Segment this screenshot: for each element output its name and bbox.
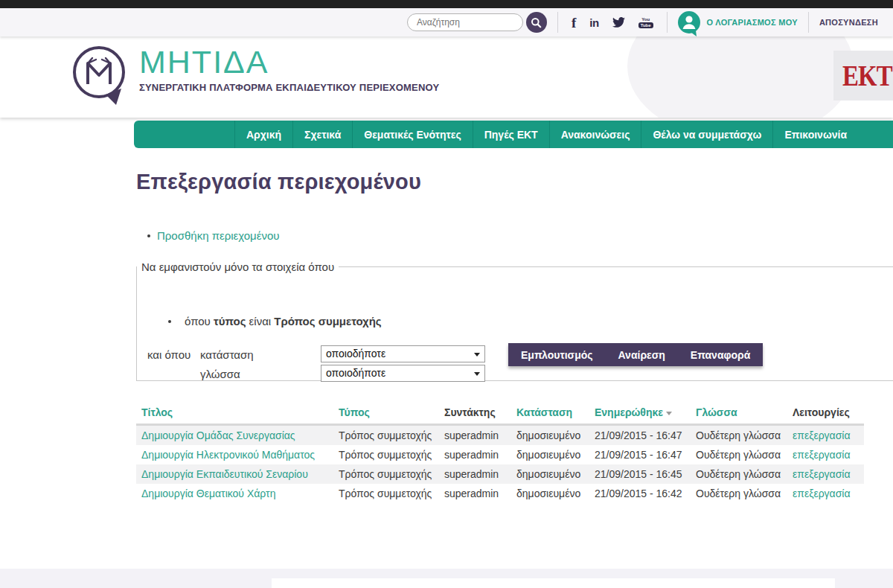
site-tagline: ΣΥΝΕΡΓΑΤΙΚΗ ΠΛΑΤΦΟΡΜΑ ΕΚΠΑΙΔΕΥΤΙΚΟΥ ΠΕΡΙ…: [139, 82, 439, 93]
account-avatar-icon[interactable]: [678, 11, 700, 33]
table-row: Δημιουργία Εκπαιδευτικού Σεναρίου Τρόπος…: [136, 464, 864, 484]
cell-language: Ουδέτερη γλώσσα: [691, 425, 787, 446]
add-content-row: Προσθήκη περιεχομένου: [147, 229, 279, 242]
page-title: Επεξεργασία περιεχομένου: [136, 170, 421, 194]
cell-status: δημοσιευμένο: [511, 445, 589, 464]
bullet-icon: [168, 320, 171, 323]
top-black-bar: [0, 0, 893, 8]
operations-header: Λειτουργίες: [793, 406, 850, 418]
cell-author: superadmin: [439, 484, 511, 503]
chevron-down-icon: [474, 372, 480, 376]
logout-link[interactable]: ΑΠΟΣΥΝΔΕΣΗ: [819, 18, 878, 27]
footer-card: [272, 578, 835, 588]
cell-updated: 21/09/2015 - 16:47: [589, 445, 691, 464]
bullet-icon: [147, 234, 150, 237]
content-title-link[interactable]: Δημιουργία Ομάδας Συνεργασίας: [141, 429, 295, 441]
table-header-row: Τίτλος Τύπος Συντάκτης Κατάσταση Ενημερώ…: [136, 402, 864, 425]
cell-updated: 21/09/2015 - 16:47: [589, 425, 691, 446]
nav-item-thematic-units[interactable]: Θεματικές Ενότητες: [353, 121, 473, 148]
filter-legend: Να εμφανιστούν μόνο τα στοιχεία όπου: [137, 261, 339, 273]
nav-spacer: [134, 121, 235, 148]
divider: [667, 12, 668, 33]
active-filter-condition: όπου τύπος είναι Τρόπος συμμετοχής: [168, 315, 382, 327]
cell-status: δημοσιευμένο: [511, 464, 589, 484]
divider: [808, 12, 809, 33]
content-title-link[interactable]: Δημιουργία Θεματικού Χάρτη: [141, 488, 275, 499]
author-header: Συντάκτης: [444, 406, 496, 418]
nav-item-participate[interactable]: Θέλω να συμμετάσχω: [641, 121, 773, 148]
nav-item-contact[interactable]: Επικοινωνία: [773, 121, 858, 148]
linkedin-icon[interactable]: in: [589, 17, 598, 28]
search-input[interactable]: [407, 13, 523, 31]
twitter-icon[interactable]: [612, 17, 625, 28]
cell-author: superadmin: [439, 464, 511, 484]
cell-author: superadmin: [439, 445, 511, 464]
nav-item-home[interactable]: Αρχική: [235, 121, 293, 148]
enrich-button[interactable]: Εμπλουτισμός: [508, 343, 606, 366]
cell-updated: 21/09/2015 - 16:45: [589, 464, 691, 484]
site-name: ΜΗΤΙΔΑ: [139, 45, 439, 79]
edit-link[interactable]: επεξεργασία: [793, 488, 851, 499]
nav-item-about[interactable]: Σχετικά: [293, 121, 353, 148]
table-row: Δημιουργία Θεματικού Χάρτη Τρόπος συμμετ…: [136, 484, 864, 503]
cell-author: superadmin: [439, 425, 511, 446]
cell-status: δημοσιευμένο: [511, 425, 589, 446]
filter-buttons: Εμπλουτισμός Αναίρεση Επαναφορά: [508, 343, 763, 366]
content-table: Τίτλος Τύπος Συντάκτης Κατάσταση Ενημερώ…: [136, 402, 864, 503]
cell-status: δημοσιευμένο: [511, 484, 589, 503]
chevron-down-icon: [474, 353, 480, 357]
cell-language: Ουδέτερη γλώσσα: [691, 464, 787, 484]
cell-type: Τρόπος συμμετοχής: [333, 425, 439, 446]
reset-button[interactable]: Επαναφορά: [678, 343, 764, 366]
divider: [557, 12, 558, 33]
undo-button[interactable]: Αναίρεση: [606, 343, 678, 366]
content-title-link[interactable]: Δημιουργία Εκπαιδευτικού Σεναρίου: [141, 468, 308, 480]
facebook-icon[interactable]: f: [572, 16, 576, 30]
cell-language: Ουδέτερη γλώσσα: [691, 484, 787, 503]
site-logo[interactable]: ΜΗΤΙΔΑ ΣΥΝΕΡΓΑΤΙΚΗ ΠΛΑΤΦΟΡΜΑ ΕΚΠΑΙΔΕΥΤΙΚ…: [71, 45, 439, 111]
sort-title-header[interactable]: Τίτλος: [141, 406, 173, 418]
ekt-logo: EKT: [833, 51, 893, 100]
language-label: γλώσσα: [200, 368, 240, 380]
nav-item-announcements[interactable]: Ανακοινώσεις: [550, 121, 642, 148]
page: f in You Tube: [0, 0, 893, 588]
status-label: κατάσταση: [200, 348, 254, 361]
table-row: Δημιουργία Ηλεκτρονικού Μαθήματος Τρόπος…: [136, 445, 864, 464]
filter-fieldset: Να εμφανιστούν μόνο τα στοιχεία όπου όπο…: [136, 261, 893, 381]
sort-type-header[interactable]: Τύπος: [339, 406, 370, 418]
utility-bar: f in You Tube: [0, 8, 893, 36]
edit-link[interactable]: επεξεργασία: [793, 449, 851, 461]
main-nav: Αρχική Σχετικά Θεματικές Ενότητες Πηγές …: [134, 121, 893, 148]
table-row: Δημιουργία Ομάδας Συνεργασίας Τρόπος συμ…: [136, 425, 864, 446]
status-select[interactable]: οποιοδήποτε: [321, 345, 485, 362]
search-icon: [531, 17, 542, 28]
sort-language-header[interactable]: Γλώσσα: [696, 406, 737, 418]
metida-logo-icon: [71, 45, 129, 111]
add-content-link[interactable]: Προσθήκη περιεχομένου: [157, 229, 279, 242]
cell-type: Τρόπος συμμετοχής: [333, 484, 439, 503]
sort-status-header[interactable]: Κατάσταση: [516, 406, 572, 418]
cell-type: Τρόπος συμμετοχής: [333, 445, 439, 464]
edit-link[interactable]: επεξεργασία: [793, 429, 851, 441]
footer-strip: [0, 569, 893, 588]
content-title-link[interactable]: Δημιουργία Ηλεκτρονικού Μαθήματος: [141, 449, 315, 461]
nav-item-ekt-sources[interactable]: Πηγές ΕΚΤ: [473, 121, 550, 148]
cell-type: Τρόπος συμμετοχής: [333, 464, 439, 484]
cell-language: Ουδέτερη γλώσσα: [691, 445, 787, 464]
search-button[interactable]: [526, 12, 547, 33]
language-select[interactable]: οποιοδήποτε: [321, 365, 485, 382]
edit-link[interactable]: επεξεργασία: [793, 468, 851, 480]
site-header: ΜΗΤΙΔΑ ΣΥΝΕΡΓΑΤΙΚΗ ΠΛΑΤΦΟΡΜΑ ΕΚΠΑΙΔΕΥΤΙΚ…: [0, 36, 893, 118]
sort-updated-header[interactable]: Ενημερώθηκε: [595, 406, 663, 418]
youtube-icon[interactable]: You Tube: [638, 17, 653, 28]
sort-desc-icon: [666, 412, 672, 415]
and-where-label: και όπου: [147, 348, 191, 361]
cell-updated: 21/09/2015 - 16:42: [589, 484, 691, 503]
my-account-link[interactable]: Ο ΛΟΓΑΡΙΑΣΜΟΣ ΜΟΥ: [707, 18, 798, 27]
